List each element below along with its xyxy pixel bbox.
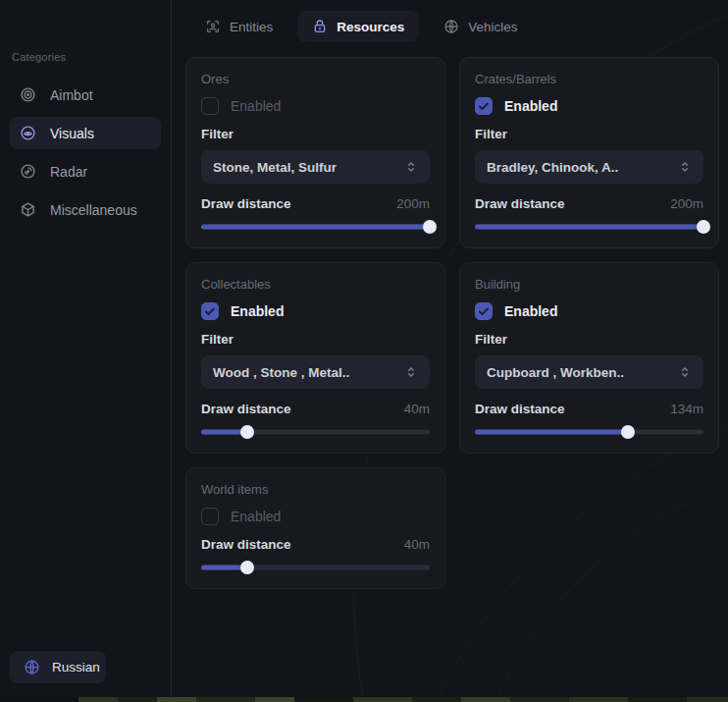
sidebar-item-label: Radar	[50, 164, 87, 180]
distance-label: Draw distance	[201, 402, 291, 416]
filter-value: Bradley, Chinook, A..	[487, 160, 618, 175]
globe-icon	[24, 659, 40, 675]
distance-slider[interactable]	[475, 425, 703, 439]
categories-label: Categories	[12, 51, 161, 63]
distance-label: Draw distance	[201, 196, 291, 211]
filter-value: Stone, Metal, Sulfur	[213, 160, 337, 175]
main-content: Entities Resources Vehicles Ores Enabled	[173, 0, 728, 697]
slider-thumb[interactable]	[240, 425, 254, 439]
tab-vehicles[interactable]: Vehicles	[429, 11, 532, 42]
card-collectables: Collectables Enabled Filter Wood , Stone…	[185, 262, 445, 454]
enabled-checkbox[interactable]	[201, 508, 219, 525]
enabled-checkbox[interactable]	[475, 97, 493, 115]
sidebar-item-aimbot[interactable]: Aimbot	[10, 79, 161, 111]
enabled-row: Enabled	[475, 302, 703, 320]
distance-label: Draw distance	[475, 196, 565, 211]
distance-value: 40m	[404, 537, 430, 552]
enabled-label: Enabled	[231, 98, 281, 114]
tab-bar: Entities Resources Vehicles	[173, 0, 728, 42]
card-world-items: World items Enabled Draw distance 40m	[185, 467, 445, 589]
tab-label: Entities	[230, 20, 273, 34]
filter-label: Filter	[475, 127, 703, 141]
sidebar-item-visuals[interactable]: Visuals	[10, 117, 161, 149]
distance-slider[interactable]	[201, 220, 430, 234]
enabled-checkbox[interactable]	[201, 97, 219, 115]
check-icon	[478, 100, 490, 112]
language-button[interactable]: Russian	[10, 651, 106, 683]
filter-select[interactable]: Cupboard , Workben..	[475, 355, 703, 389]
distance-row: Draw distance 134m	[475, 402, 703, 416]
slider-thumb[interactable]	[621, 425, 635, 439]
sidebar-item-label: Miscellaneous	[50, 202, 137, 218]
target-icon	[20, 86, 36, 103]
filter-label: Filter	[475, 332, 703, 347]
enabled-label: Enabled	[231, 509, 281, 524]
cube-icon	[20, 201, 36, 218]
card-title: Ores	[201, 72, 430, 86]
card-title: World items	[201, 482, 430, 497]
card-ores: Ores Enabled Filter Stone, Metal, Sulfur…	[185, 57, 445, 248]
distance-row: Draw distance 200m	[475, 196, 703, 211]
language-button-label: Russian	[52, 660, 100, 675]
card-title: Crates/Barrels	[475, 72, 703, 86]
slider-fill	[475, 430, 628, 435]
slider-thumb[interactable]	[423, 220, 437, 234]
distance-value: 40m	[404, 402, 430, 416]
tab-label: Vehicles	[468, 20, 517, 34]
distance-slider[interactable]	[201, 561, 430, 574]
radar-icon	[20, 163, 36, 180]
filter-label: Filter	[201, 127, 430, 141]
person-scan-icon	[205, 19, 221, 34]
sidebar-item-label: Aimbot	[50, 87, 93, 103]
enabled-row: Enabled	[201, 97, 430, 115]
distance-value: 134m	[670, 402, 703, 416]
sidebar: Categories Aimbot Visuals Radar Miscella…	[0, 0, 172, 697]
enabled-row: Enabled	[475, 97, 703, 115]
tab-entities[interactable]: Entities	[190, 11, 287, 42]
sidebar-item-radar[interactable]: Radar	[10, 155, 161, 188]
filter-select[interactable]: Stone, Metal, Sulfur	[201, 150, 430, 184]
chevron-updown-icon	[404, 160, 418, 174]
distance-label: Draw distance	[475, 402, 565, 416]
eye-icon	[20, 125, 36, 141]
globe-icon	[443, 19, 459, 34]
lock-crate-icon	[312, 19, 328, 34]
chevron-updown-icon	[404, 365, 418, 379]
enabled-row: Enabled	[201, 302, 430, 320]
sidebar-item-label: Visuals	[50, 126, 94, 141]
filter-value: Cupboard , Workben..	[487, 365, 624, 380]
distance-row: Draw distance 200m	[201, 196, 430, 211]
enabled-label: Enabled	[504, 303, 557, 319]
filter-label: Filter	[201, 332, 430, 347]
tab-label: Resources	[337, 20, 404, 34]
filter-select[interactable]: Bradley, Chinook, A..	[475, 150, 703, 184]
slider-thumb[interactable]	[697, 220, 710, 234]
sidebar-item-miscellaneous[interactable]: Miscellaneous	[10, 193, 161, 226]
enabled-label: Enabled	[504, 98, 557, 114]
distance-row: Draw distance 40m	[201, 537, 430, 552]
chevron-updown-icon	[678, 160, 692, 174]
distance-slider[interactable]	[201, 425, 430, 439]
enabled-checkbox[interactable]	[201, 302, 219, 320]
slider-fill	[475, 225, 703, 230]
distance-value: 200m	[670, 196, 703, 211]
card-building: Building Enabled Filter Cupboard , Workb…	[459, 262, 719, 454]
slider-thumb[interactable]	[240, 561, 254, 574]
enabled-label: Enabled	[231, 303, 284, 319]
distance-label: Draw distance	[201, 537, 291, 552]
tab-resources[interactable]: Resources	[297, 11, 419, 42]
filter-select[interactable]: Wood , Stone , Metal..	[201, 355, 430, 389]
enabled-row: Enabled	[201, 508, 430, 525]
check-icon	[478, 305, 490, 317]
check-icon	[204, 305, 216, 317]
card-crates-barrels: Crates/Barrels Enabled Filter Bradley, C…	[459, 57, 719, 248]
distance-value: 200m	[396, 196, 430, 211]
chevron-updown-icon	[678, 365, 692, 379]
slider-fill	[201, 225, 430, 230]
game-background-strip	[0, 697, 728, 702]
distance-slider[interactable]	[475, 220, 703, 234]
enabled-checkbox[interactable]	[475, 302, 493, 320]
card-title: Building	[475, 277, 703, 292]
filter-value: Wood , Stone , Metal..	[213, 365, 349, 380]
cards-grid: Ores Enabled Filter Stone, Metal, Sulfur…	[185, 57, 719, 589]
